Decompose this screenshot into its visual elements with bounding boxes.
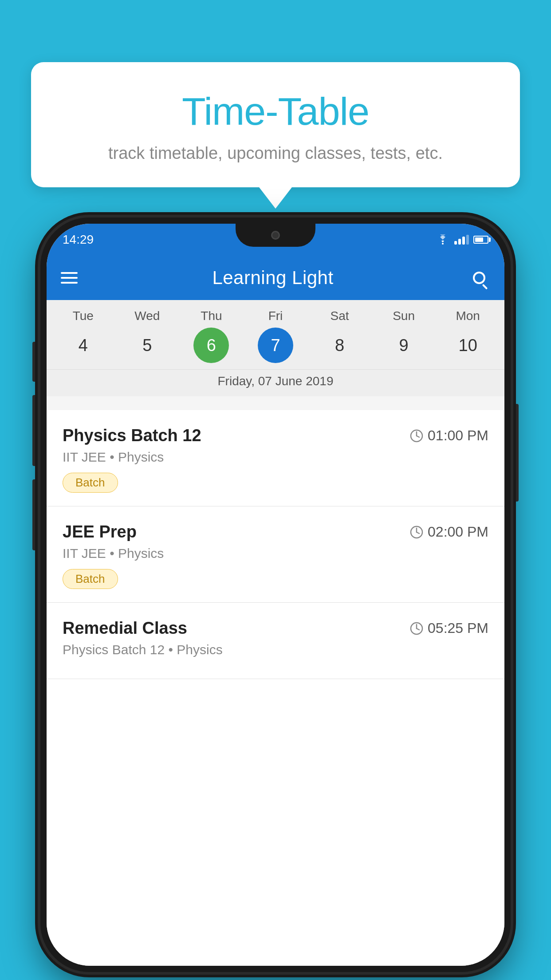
- hamburger-line-1: [61, 272, 78, 274]
- volume-down-button: [32, 395, 39, 466]
- class-item-2[interactable]: Remedial Class 05:25 PM Physics Batch 12…: [47, 603, 504, 679]
- class-item-1[interactable]: JEE Prep 02:00 PM IIT JEE • Physics Batc…: [47, 506, 504, 603]
- class-name-0: Physics Batch 12: [63, 426, 201, 445]
- svg-point-0: [442, 243, 444, 245]
- class-time-0: 01:00 PM: [410, 427, 488, 444]
- selected-date-label: Friday, 07 June 2019: [47, 369, 504, 396]
- search-icon: [473, 272, 485, 284]
- day-number-7[interactable]: 7: [258, 328, 293, 363]
- class-name-1: JEE Prep: [63, 522, 137, 541]
- wifi-icon: [436, 234, 450, 245]
- day-header-sun: Sun: [382, 309, 426, 323]
- class-item-0[interactable]: Physics Batch 12 01:00 PM IIT JEE • Phys…: [47, 410, 504, 506]
- volume-up-button: [32, 342, 39, 382]
- day-number-8[interactable]: 8: [322, 328, 358, 363]
- battery-icon: [473, 236, 488, 244]
- day-header-mon: Mon: [446, 309, 490, 323]
- clock-icon-1: [410, 526, 423, 539]
- mute-button: [32, 479, 39, 550]
- search-button[interactable]: [468, 267, 490, 289]
- svg-line-6: [417, 532, 419, 533]
- background: Time-Table track timetable, upcoming cla…: [0, 0, 551, 980]
- day-number-9[interactable]: 9: [386, 328, 421, 363]
- class-subtitle-1: IIT JEE • Physics: [63, 546, 488, 561]
- day-header-tue: Tue: [61, 309, 105, 323]
- day-headers: TueWedThuFriSatSunMon: [47, 309, 504, 323]
- tooltip-title: Time-Table: [53, 89, 498, 134]
- hamburger-line-3: [61, 282, 78, 284]
- app-title: Learning Light: [78, 267, 468, 288]
- day-number-6[interactable]: 6: [193, 328, 229, 363]
- tooltip-card: Time-Table track timetable, upcoming cla…: [31, 62, 520, 187]
- phone-container: 14:29: [40, 217, 511, 972]
- day-header-sat: Sat: [318, 309, 362, 323]
- day-number-5[interactable]: 5: [130, 328, 165, 363]
- tooltip-subtitle: track timetable, upcoming classes, tests…: [53, 144, 498, 163]
- day-number-4[interactable]: 4: [65, 328, 101, 363]
- phone-screen: 14:29: [47, 224, 504, 966]
- day-numbers: 45678910: [47, 328, 504, 363]
- batch-badge-0: Batch: [63, 473, 118, 493]
- status-icons: [436, 234, 488, 245]
- class-subtitle-2: Physics Batch 12 • Physics: [63, 642, 488, 657]
- status-bar: 14:29: [47, 224, 504, 256]
- day-number-10[interactable]: 10: [450, 328, 486, 363]
- day-header-wed: Wed: [125, 309, 169, 323]
- class-time-1: 02:00 PM: [410, 524, 488, 540]
- batch-badge-1: Batch: [63, 569, 118, 589]
- day-header-thu: Thu: [189, 309, 233, 323]
- class-time-2: 05:25 PM: [410, 620, 488, 636]
- clock-icon-0: [410, 429, 423, 443]
- phone-frame: 14:29: [40, 217, 511, 972]
- toolbar: Learning Light: [47, 256, 504, 300]
- day-header-fri: Fri: [253, 309, 298, 323]
- svg-line-9: [417, 628, 419, 630]
- signal-icon: [454, 235, 469, 245]
- hamburger-menu-button[interactable]: [61, 272, 78, 284]
- notch: [236, 224, 315, 247]
- hamburger-line-2: [61, 277, 78, 279]
- class-name-2: Remedial Class: [63, 619, 187, 638]
- clock-icon-2: [410, 622, 423, 635]
- power-button: [512, 404, 519, 502]
- status-time: 14:29: [63, 233, 94, 247]
- class-list: Physics Batch 12 01:00 PM IIT JEE • Phys…: [47, 410, 504, 966]
- class-subtitle-0: IIT JEE • Physics: [63, 450, 488, 465]
- camera: [271, 231, 280, 240]
- svg-line-3: [417, 436, 419, 437]
- calendar-strip: TueWedThuFriSatSunMon 45678910 Friday, 0…: [47, 300, 504, 396]
